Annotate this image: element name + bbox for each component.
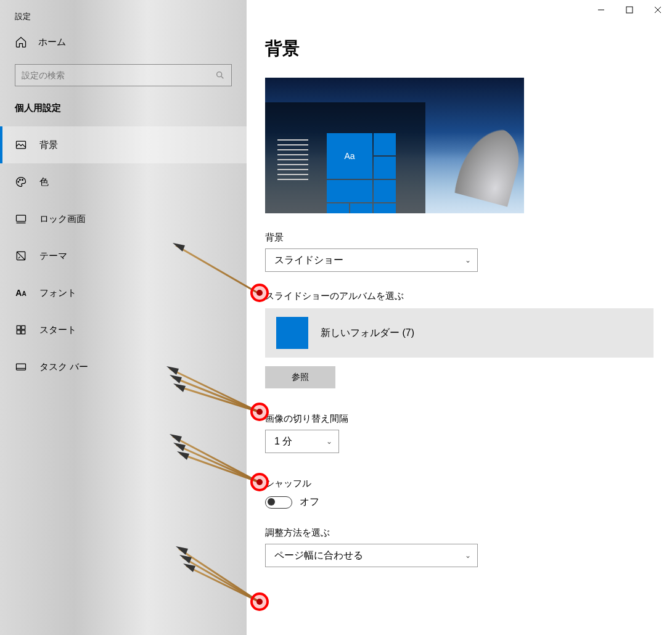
folder-icon (276, 317, 308, 349)
theme-icon (15, 250, 27, 262)
category-title: 個人用設定 (0, 100, 247, 126)
main-content: 背景 Aa 背景 スライドショー ⌄ スライドショーのアルバムを選ぶ 新しいフォ… (247, 0, 672, 635)
background-value: スライドショー (274, 254, 343, 267)
svg-rect-8 (22, 326, 25, 329)
svg-point-0 (217, 72, 222, 77)
interval-value: 1 分 (274, 435, 292, 448)
close-button[interactable] (644, 0, 672, 20)
svg-rect-7 (17, 326, 20, 329)
svg-rect-10 (22, 330, 25, 334)
picture-icon (15, 139, 27, 151)
nav-item-taskbar[interactable]: タスク バー (0, 348, 247, 385)
nav-item-font[interactable]: AA フォント (0, 274, 247, 311)
svg-point-2 (18, 181, 19, 182)
interval-dropdown[interactable]: 1 分 ⌄ (265, 430, 339, 453)
home-icon (15, 36, 27, 48)
annotation-circle (250, 473, 269, 491)
annotation-circle (250, 403, 269, 421)
nav-item-color[interactable]: 色 (0, 163, 247, 200)
background-label: 背景 (265, 232, 654, 244)
nav-item-lockscreen[interactable]: ロック画面 (0, 200, 247, 237)
svg-point-3 (20, 179, 21, 181)
annotation-circle (250, 592, 269, 611)
nav-item-start[interactable]: スタート (0, 311, 247, 348)
font-icon: AA (15, 287, 27, 299)
background-dropdown[interactable]: スライドショー ⌄ (265, 248, 478, 272)
interval-label: 画像の切り替え間隔 (265, 413, 654, 425)
palette-icon (15, 176, 27, 188)
svg-rect-5 (17, 215, 26, 221)
svg-rect-12 (626, 7, 633, 13)
shuffle-label: シャッフル (265, 478, 654, 490)
album-folder-row[interactable]: 新しいフォルダー (7) (265, 308, 654, 358)
search-input[interactable] (22, 70, 215, 80)
sidebar: 設定 ホーム 個人用設定 背景 色 ロック画面 テーマ (0, 0, 247, 635)
nav-label: ロック画面 (39, 213, 86, 225)
window-controls (587, 0, 672, 20)
search-icon (215, 70, 225, 80)
lock-screen-icon (15, 213, 27, 225)
nav-label: テーマ (39, 250, 67, 262)
minimize-button[interactable] (587, 0, 615, 20)
shuffle-toggle[interactable] (265, 496, 292, 509)
window-title: 設定 (0, 0, 247, 22)
svg-rect-9 (17, 330, 20, 334)
nav-label: スタート (39, 324, 76, 336)
fit-dropdown[interactable]: ページ幅に合わせる ⌄ (265, 544, 478, 567)
maximize-button[interactable] (615, 0, 644, 20)
album-label: スライドショーのアルバムを選ぶ (265, 290, 654, 302)
chevron-down-icon: ⌄ (326, 437, 332, 446)
nav-item-background[interactable]: 背景 (0, 126, 247, 163)
home-nav[interactable]: ホーム (0, 22, 247, 59)
nav-label: 背景 (39, 139, 58, 151)
chevron-down-icon: ⌄ (465, 256, 471, 264)
start-icon (15, 324, 27, 336)
home-label: ホーム (38, 36, 66, 48)
preview-thumbnail: Aa (265, 78, 524, 213)
browse-button[interactable]: 参照 (265, 366, 335, 388)
search-box[interactable] (15, 64, 232, 86)
fit-value: ページ幅に合わせる (274, 549, 363, 562)
shuffle-state: オフ (300, 496, 319, 509)
nav-item-theme[interactable]: テーマ (0, 237, 247, 274)
preview-aa-text: Aa (327, 133, 372, 179)
nav-label: タスク バー (39, 361, 88, 373)
svg-point-4 (22, 179, 23, 181)
taskbar-icon (15, 361, 27, 373)
annotation-circle (250, 284, 269, 302)
page-title: 背景 (265, 37, 654, 60)
nav-label: 色 (39, 176, 49, 188)
chevron-down-icon: ⌄ (465, 551, 471, 560)
nav-label: フォント (39, 287, 76, 299)
album-folder-name: 新しいフォルダー (7) (321, 327, 414, 340)
fit-label: 調整方法を選ぶ (265, 527, 654, 539)
svg-rect-11 (17, 364, 26, 370)
